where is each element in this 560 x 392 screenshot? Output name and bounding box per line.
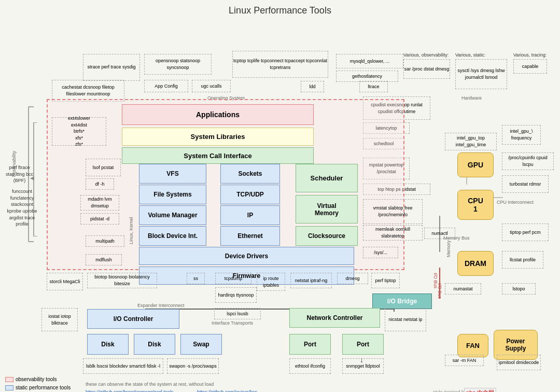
volume-manager-box: Volume Manager: [139, 205, 206, 225]
tcpdump-tools: tcpdump: [215, 273, 251, 284]
numastat-tools: numastat: [445, 283, 481, 295]
df-tools: df -h: [86, 178, 114, 190]
memory-bus-label: Memory Bus: [443, 235, 470, 242]
ltrace-tools: ltrace: [359, 81, 388, 92]
ip-route-tools: ip route iptables: [257, 273, 285, 291]
lsblk-tools: lsblk lsscsi blockdev smartctl fdisk -l: [83, 358, 163, 374]
ethtool-tools: ethtool ifconfig: [289, 358, 331, 374]
proc-cpuinfo-tools: /proc/cpuinfo cpuid lscpu: [502, 152, 554, 170]
interface-transports-label: Interface Transports: [212, 320, 253, 326]
io-bus-label: I/O Bus: [433, 273, 438, 288]
block-device-box: Block Device Int.: [139, 226, 206, 246]
cpu-interconnect-label: CPU Interconnect: [497, 199, 534, 206]
pidstat-tools: pidstat -d: [80, 213, 119, 225]
network-controller-box: Network Controller: [289, 308, 380, 328]
strace-tools: strace perf trace sysdig: [83, 54, 140, 81]
io-bridge-box: I/O Bridge: [372, 293, 432, 309]
static-legend-label: static performance tools: [16, 385, 71, 390]
mdflush-tools: mdflush: [86, 254, 122, 265]
dram-box: DRAM: [457, 251, 494, 276]
linux-kernel-label: Linux, Kernel: [129, 172, 134, 244]
sysctl-tools: sysctl /sys dmesg lshw journalctl lsmod: [455, 59, 507, 89]
system-libraries-box: System Libraries: [122, 128, 314, 146]
lspci-tools: lspci lsusb: [214, 308, 261, 319]
memleak-tools: memleak oomkill slabratetop: [363, 225, 423, 241]
vmstat-tools: vmstat slabtop free /proc/meminfo: [363, 199, 423, 224]
port2-box: Port: [342, 334, 384, 355]
tcp-udp-box: TCP/UDP: [220, 185, 280, 204]
expander-label: Expander Interconnect: [137, 303, 185, 308]
perf-tiptop-tools: perf tiptop: [371, 273, 400, 288]
php-site: php 中文网: [464, 388, 496, 392]
ldd-tools: ldd: [301, 81, 324, 92]
fan-box: FAN: [457, 334, 488, 357]
url2[interactable]: https://github.com/iovisor/bcc: [197, 389, 257, 392]
ss-tools: ss: [187, 273, 205, 284]
lsof-tools: lsof pcstat: [86, 159, 121, 176]
sockets-box: Sockets: [220, 164, 280, 184]
swapon-tools: swapon -s /proc/swaps: [167, 358, 219, 374]
ipmitool-tools: ipmitool dmidecode: [497, 355, 541, 370]
various-static-label: Various, static:: [455, 52, 485, 58]
disk2-box: Disk: [134, 334, 175, 355]
gethostlatency-tools: gethostlatency: [336, 71, 398, 82]
cachestat-tools: cachestat dcsnoop filetop fileslower mou…: [52, 80, 124, 102]
swap-box: Swap: [180, 334, 222, 355]
ugc-tools: ugc ucalls: [192, 80, 231, 92]
sar-fan-tools: sar -m FAN: [445, 355, 484, 366]
storcli-tools: storcli MegaCli: [47, 273, 83, 290]
sys-tools: /sys/...: [363, 247, 398, 258]
disk1-box: Disk: [87, 334, 129, 355]
port2-arrow: ↓: [360, 356, 363, 364]
opensnoop-tools: opensnoop statsnoop syncsnoop: [144, 54, 212, 75]
various-tracing-label: Various, tracing:: [513, 52, 547, 58]
cpu1-box: CPU 1: [457, 190, 494, 220]
observability-legend-box: [5, 377, 13, 382]
ethernet-box: Ethernet: [220, 226, 280, 246]
ext4slower-tools: ext4slowerext4distbtrfs*xfs*zfs*: [52, 117, 106, 146]
intel-gpu-freq-tools: intel_gpu_\ frequency: [502, 125, 541, 145]
tiptop-tools: tiptop perf pcm: [502, 223, 549, 241]
dmesg-tools: dmesg: [337, 273, 368, 284]
scheduler-box: Scheduler: [296, 164, 358, 192]
legend-area: observability tools static performance t…: [5, 376, 76, 392]
static-legend-box: [5, 385, 13, 390]
intel-gpu-tools: intel_gpu_top intel_gpu_time: [445, 133, 497, 150]
mdadm-tools: mdadm lvm dmsetup: [80, 195, 119, 211]
observability-legend-label: observability tools: [16, 376, 57, 382]
iostat-tools: iostat iotop blktrace: [41, 308, 78, 331]
biotop-tools: biotop biosnoop biolatency bitesize: [87, 273, 157, 288]
mysqld-tools: mysqld_qslower, ...: [336, 54, 403, 68]
gpu-box: GPU: [457, 152, 494, 177]
syscall-box: System Call Interface: [122, 147, 314, 164]
url1[interactable]: https://github.com/brendangregg/perf-too…: [86, 389, 174, 392]
port1-box: Port: [289, 334, 331, 355]
capable-tools: capable: [513, 59, 547, 74]
nicstat-tools: nicstat netstat ip: [385, 308, 426, 331]
tcptop-tools: tcptop tcplife tcpconnect tcpaccept tcpc…: [232, 51, 328, 78]
virtual-memory-box: Virtual Memory: [296, 195, 358, 223]
netstat-tools: netstat iptraf-ng: [290, 273, 332, 288]
applications-box: Applications: [122, 104, 314, 125]
page-title: Linux Performance Tools: [0, 0, 560, 19]
llcstat-tools: llcstat profile: [502, 251, 543, 269]
ip-box: IP: [220, 205, 280, 225]
clocksource-box: Clocksource: [296, 226, 358, 246]
lstopo-tools: lstopo: [502, 283, 536, 295]
hardirqs-tools: hardirqs ttysnoop: [215, 287, 257, 303]
file-systems-box: File Systems: [139, 185, 206, 204]
various-obs-label: Various, observability:: [403, 52, 449, 58]
vfs-box: VFS: [139, 164, 206, 184]
app-config-tools: App Config: [144, 80, 188, 92]
multipath-tools: multipath: [86, 235, 124, 247]
funccount-tools: funccount funclatency stackcount kprobe …: [5, 174, 39, 242]
hardware-label: Hardware: [461, 95, 482, 101]
sar-proc-tools: sar /proc dstat dmesg: [403, 59, 450, 79]
turbostat-tools: turbostat rdmsr: [502, 175, 549, 193]
device-drivers-box: Device Drivers: [139, 247, 354, 265]
io-controller-box: I/O Controller: [87, 309, 179, 329]
legend-text: these can observe the state of the syste…: [86, 382, 214, 387]
